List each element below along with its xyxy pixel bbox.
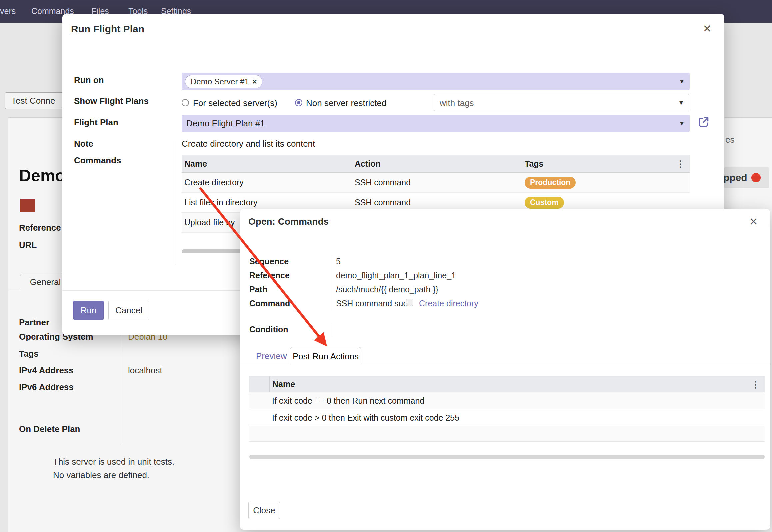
- table-row[interactable]: Create directory SSH command Production: [182, 173, 690, 193]
- tag-badge: Custom: [525, 197, 564, 209]
- right-panel-partial-label: es: [725, 135, 734, 145]
- radio-selected-servers[interactable]: [182, 99, 189, 106]
- table-options-icon[interactable]: ⋮: [676, 159, 685, 169]
- column-header-tags[interactable]: Tags: [525, 159, 690, 169]
- row-handle-column: [249, 376, 270, 392]
- chevron-down-icon[interactable]: ▾: [679, 98, 683, 107]
- cancel-button[interactable]: Cancel: [108, 301, 149, 320]
- show-flight-plans-label: Show Flight Plans: [74, 96, 149, 106]
- post-run-actions-table: Name ⋮ If exit code == 0 then Run next c…: [249, 376, 765, 442]
- chip-remove-icon[interactable]: ✕: [252, 78, 257, 86]
- color-swatch[interactable]: [20, 199, 35, 212]
- ipv6-label: IPv6 Address: [19, 382, 74, 392]
- condition-label: Condition: [249, 325, 288, 334]
- status-badge-label: pped: [723, 172, 747, 183]
- run-on-label: Run on: [74, 75, 104, 85]
- post-run-table-header: Name ⋮: [249, 376, 765, 392]
- table-options-icon[interactable]: ⋮: [751, 379, 760, 390]
- partner-label: Partner: [19, 317, 49, 328]
- flight-plan-label: Flight Plan: [74, 117, 118, 128]
- cell-name: List files in directory: [182, 198, 355, 207]
- horizontal-scrollbar[interactable]: [249, 455, 765, 459]
- screenshot-canvas: vers Commands Files Tools Settings Test …: [0, 0, 772, 532]
- server-chip-label: Demo Server #1: [191, 77, 249, 86]
- server-chip[interactable]: Demo Server #1 ✕: [185, 75, 262, 88]
- column-header-name[interactable]: Name: [182, 159, 355, 169]
- tags-label: Tags: [19, 349, 39, 359]
- tag-badge: Production: [525, 177, 576, 189]
- close-icon[interactable]: ✕: [749, 216, 758, 227]
- table-row-empty[interactable]: [249, 426, 765, 442]
- external-link-icon[interactable]: [697, 116, 710, 130]
- commands-label: Commands: [74, 155, 121, 166]
- with-tags-value: with tags: [440, 98, 474, 108]
- command-label: Command: [249, 299, 290, 308]
- variables-note: No variables are defined.: [53, 470, 149, 480]
- reference-field-label: Reference: [249, 271, 290, 280]
- cell-action: SSH command: [355, 198, 525, 207]
- unit-test-note: This server is used in unit tests.: [53, 457, 174, 467]
- open-commands-modal: Open: Commands ✕ Sequence 5 Reference de…: [240, 209, 770, 530]
- reference-label: Reference: [19, 223, 61, 233]
- commands-table-header: Name Action Tags ⋮: [182, 155, 690, 173]
- ipv4-value: localhost: [128, 365, 162, 376]
- note-label: Note: [74, 139, 93, 149]
- close-icon[interactable]: ✕: [703, 23, 712, 34]
- on-delete-plan-label: On Delete Plan: [19, 424, 80, 434]
- open-modal-title: Open: Commands: [248, 216, 329, 227]
- flight-plan-select[interactable]: Demo Flight Plan #1 ▾: [182, 115, 690, 132]
- ipv4-label: IPv4 Address: [19, 365, 74, 376]
- with-tags-select[interactable]: with tags ▾: [434, 94, 689, 111]
- radio-non-server-restricted-label: Non server restricted: [306, 98, 386, 108]
- status-dot-icon: [751, 173, 761, 182]
- run-modal-title: Run Flight Plan: [71, 23, 144, 35]
- content-divider: [175, 141, 175, 265]
- radio-selected-servers-label: For selected server(s): [193, 98, 277, 108]
- radio-non-server-restricted[interactable]: [295, 99, 302, 106]
- table-row[interactable]: If exit code > 0 then Exit with custom e…: [249, 409, 765, 426]
- column-header-name[interactable]: Name: [270, 379, 295, 389]
- condition-divider: [332, 323, 332, 336]
- run-on-field[interactable]: Demo Server #1 ✕ ▾: [182, 73, 690, 90]
- field-column-divider: [332, 256, 332, 312]
- field-divider: [120, 318, 120, 445]
- command-link[interactable]: Create directory: [419, 299, 478, 308]
- tab-preview[interactable]: Preview: [256, 351, 287, 361]
- flight-plan-value: Demo Flight Plan #1: [186, 118, 265, 129]
- column-header-action[interactable]: Action: [355, 159, 525, 169]
- path-label: Path: [249, 285, 267, 294]
- cell-name: Create directory: [182, 178, 355, 187]
- command-checkbox[interactable]: [406, 299, 413, 306]
- url-label: URL: [19, 240, 37, 250]
- chevron-down-icon[interactable]: ▾: [680, 119, 684, 128]
- table-row[interactable]: If exit code == 0 then Run next command: [249, 392, 765, 409]
- close-button[interactable]: Close: [248, 502, 280, 519]
- nav-item-servers[interactable]: vers: [0, 6, 16, 16]
- tab-post-run-actions[interactable]: Post Run Actions: [290, 347, 361, 365]
- cell-action-name: If exit code == 0 then Run next command: [249, 396, 424, 406]
- cell-action: SSH command: [355, 178, 525, 187]
- run-button[interactable]: Run: [73, 301, 104, 320]
- sequence-value: 5: [336, 257, 341, 266]
- cell-action-name: If exit code > 0 then Exit with custom e…: [249, 413, 459, 423]
- path-value: /such/much/{{ demo_path }}: [336, 285, 438, 294]
- reference-value: demo_flight_plan_1_plan_line_1: [336, 271, 456, 280]
- sequence-label: Sequence: [249, 257, 289, 266]
- chevron-down-icon[interactable]: ▾: [680, 77, 684, 86]
- server-heading: Demo: [19, 166, 65, 185]
- flight-plan-description: Create directory and list its content: [182, 139, 315, 149]
- command-value: SSH command sudo: [336, 299, 412, 308]
